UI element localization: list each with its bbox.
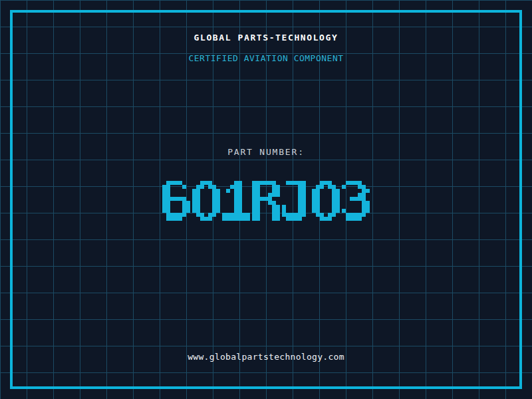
part-number-label: PART NUMBER: [0, 147, 532, 157]
part-number-glyph [282, 181, 310, 221]
part-number-glyph [222, 181, 250, 221]
part-number-glyph [252, 181, 280, 221]
part-number-glyph [192, 181, 220, 221]
part-number-glyph [162, 181, 190, 221]
website-url: www.globalpartstechnology.com [0, 352, 532, 362]
company-title: GLOBAL PARTS-TECHNOLOGY [0, 33, 532, 43]
part-number-glyph [312, 181, 340, 221]
part-number-glyph [342, 181, 370, 221]
certification-subtitle: CERTIFIED AVIATION COMPONENT [0, 53, 532, 63]
part-number-display [0, 181, 532, 221]
blueprint-canvas: GLOBAL PARTS-TECHNOLOGY CERTIFIED AVIATI… [0, 0, 532, 399]
